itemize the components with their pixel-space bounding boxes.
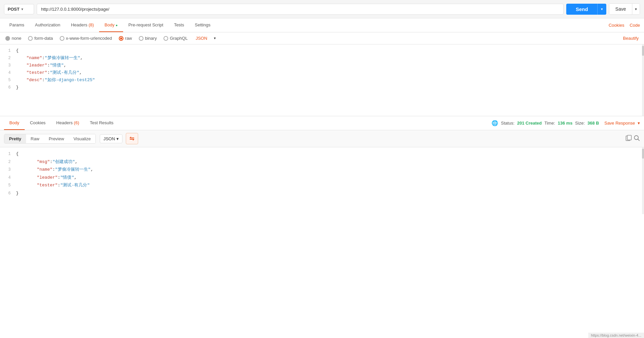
url-input[interactable] xyxy=(37,4,564,15)
response-line-6: 6 } xyxy=(0,189,644,197)
response-tab-cookies[interactable]: Cookies xyxy=(25,116,51,130)
tab-body[interactable]: Body ● xyxy=(99,18,123,32)
radio-binary[interactable]: binary xyxy=(139,36,157,41)
json-type-chevron[interactable]: ▾ xyxy=(214,36,216,40)
resp-line-5-key: "tester" xyxy=(37,181,57,189)
resp-line-num-6: 6 xyxy=(0,190,16,197)
resp-line-3-key: "name" xyxy=(37,166,52,173)
wrap-button[interactable]: ⇌ xyxy=(126,133,138,144)
resp-line-4-val: "情债" xyxy=(60,174,74,181)
editor-scrollbar-thumb xyxy=(642,46,644,56)
tab-right-links: Cookies Code xyxy=(609,23,640,28)
json-format-label: JSON xyxy=(103,136,115,141)
radio-none[interactable]: none xyxy=(5,36,21,41)
resp-line-num-4: 4 xyxy=(0,174,16,182)
tab-headers[interactable]: Headers (8) xyxy=(66,18,99,32)
request-line-3: 3 "leader" : "情债" , xyxy=(0,62,644,69)
body-type-row: none form-data x-www-form-urlencoded raw… xyxy=(0,32,644,44)
request-code-editor[interactable]: 1 { 2 "name" : "梦偷冷辗转一生" , 3 "leader" : … xyxy=(0,44,644,116)
resp-line-5-val: "测试-有几分" xyxy=(60,181,90,189)
resp-line-3-indent xyxy=(16,166,37,173)
line-3-colon: : xyxy=(47,62,50,69)
response-tab-test-results[interactable]: Test Results xyxy=(84,116,119,130)
tab-prerequest[interactable]: Pre-request Script xyxy=(123,18,169,32)
save-button-group: Save ▾ xyxy=(609,3,640,15)
response-line-5: 5 "tester" : "测试-有几分" xyxy=(0,181,644,189)
response-line-3: 3 "name" : "梦偷冷辗转一生" , xyxy=(0,166,644,174)
resp-line-1-content: { xyxy=(16,150,19,158)
line-1-content: { xyxy=(16,47,19,54)
copy-icon-button[interactable] xyxy=(625,135,632,143)
size-value: 368 B xyxy=(588,121,599,126)
tab-authorization[interactable]: Authorization xyxy=(30,18,66,32)
request-line-1: 1 { xyxy=(0,47,644,54)
tab-tests[interactable]: Tests xyxy=(169,18,189,32)
save-response-dropdown[interactable]: ▾ xyxy=(638,121,640,126)
json-format-select[interactable]: JSON ▾ xyxy=(100,134,122,143)
request-tabs-nav: Params Authorization Headers (8) Body ● … xyxy=(0,18,644,32)
resp-line-6-content: } xyxy=(16,189,19,197)
svg-rect-1 xyxy=(627,135,631,140)
resp-line-4-comma: , xyxy=(74,174,77,181)
status-label: Status: xyxy=(501,121,514,126)
tab-params[interactable]: Params xyxy=(4,18,30,32)
resp-line-3-val: "梦偷冷辗转一生" xyxy=(55,166,91,173)
resp-line-5-colon: : xyxy=(58,181,60,189)
url-bar: POST ▾ Send ▾ Save ▾ xyxy=(0,0,644,18)
editor-scrollbar[interactable] xyxy=(642,44,644,116)
line-num-5: 5 xyxy=(0,77,16,83)
line-4-key: "tester" xyxy=(26,69,47,76)
resp-line-num-1: 1 xyxy=(0,151,16,158)
response-tab-headers[interactable]: Headers (6) xyxy=(51,116,85,130)
format-tabs: Pretty Raw Preview Visualize xyxy=(4,134,96,144)
resp-line-2-val: "创建成功" xyxy=(52,158,75,166)
save-button[interactable]: Save xyxy=(609,4,632,14)
response-line-4: 4 "leader" : "情债" , xyxy=(0,174,644,182)
format-tab-pretty[interactable]: Pretty xyxy=(4,134,26,143)
line-3-val: "情债" xyxy=(50,62,64,69)
resp-line-4-key: "leader" xyxy=(37,174,57,181)
line-5-key: "desc" xyxy=(26,76,42,84)
json-type-label[interactable]: JSON xyxy=(196,36,207,41)
method-label: POST xyxy=(8,7,19,12)
resp-line-4-colon: : xyxy=(58,174,60,181)
send-button-group: Send ▾ xyxy=(566,4,606,15)
send-button[interactable]: Send xyxy=(566,4,597,15)
format-tab-visualize[interactable]: Visualize xyxy=(69,134,95,143)
line-5-indent xyxy=(16,76,26,84)
line-2-comma: , xyxy=(80,54,83,62)
resp-line-3-comma: , xyxy=(91,166,93,173)
save-dropdown-button[interactable]: ▾ xyxy=(632,4,640,14)
globe-icon: 🌐 xyxy=(492,120,498,126)
cookies-link[interactable]: Cookies xyxy=(609,23,624,28)
code-link[interactable]: Code xyxy=(630,23,640,28)
response-status-bar: 🌐 Status: 201 Created Time: 136 ms Size:… xyxy=(492,120,640,126)
radio-label-raw: raw xyxy=(125,36,132,41)
response-line-2: 2 "msg" : "创建成功" , xyxy=(0,158,644,166)
response-code-editor[interactable]: 1 { 2 "msg" : "创建成功" , 3 "name" : "梦偷冷辗转… xyxy=(0,147,644,214)
send-dropdown-button[interactable]: ▾ xyxy=(597,4,606,15)
tab-settings[interactable]: Settings xyxy=(190,18,216,32)
line-num-6: 6 xyxy=(0,84,16,91)
method-select[interactable]: POST ▾ xyxy=(4,4,34,14)
size-label: Size: xyxy=(575,121,585,126)
response-tab-body[interactable]: Body xyxy=(4,116,25,130)
radio-graphql[interactable]: GraphQL xyxy=(164,36,188,41)
request-line-6: 6 } xyxy=(0,84,644,91)
radio-form-data[interactable]: form-data xyxy=(28,36,53,41)
response-scrollbar[interactable] xyxy=(642,147,644,214)
line-num-3: 3 xyxy=(0,62,16,69)
svg-line-3 xyxy=(638,139,640,141)
radio-label-none: none xyxy=(12,36,21,41)
radio-raw[interactable]: raw xyxy=(119,36,132,41)
beautify-button[interactable]: Beautify xyxy=(623,36,639,41)
format-tab-raw[interactable]: Raw xyxy=(26,134,44,143)
line-5-colon: : xyxy=(42,76,45,84)
save-response-button[interactable]: Save Response xyxy=(604,121,635,126)
request-line-5: 5 "desc" : "如你-django-test25" xyxy=(0,76,644,84)
format-tab-preview[interactable]: Preview xyxy=(44,134,69,143)
radio-urlencoded[interactable]: x-www-form-urlencoded xyxy=(60,36,112,41)
request-line-2: 2 "name" : "梦偷冷辗转一生" , xyxy=(0,54,644,62)
resp-line-num-3: 3 xyxy=(0,166,16,174)
search-icon-button[interactable] xyxy=(633,135,640,143)
